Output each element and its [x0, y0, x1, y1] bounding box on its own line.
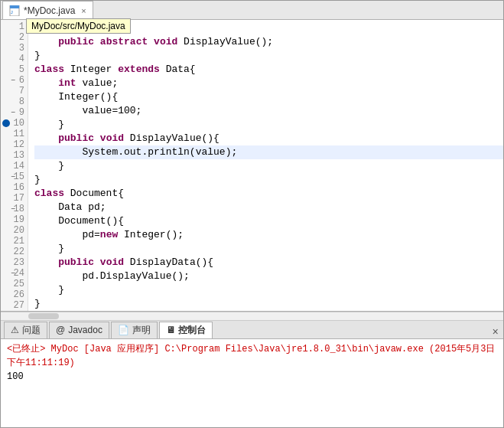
code-line: public void DisplayData(){ [34, 256, 503, 270]
code-line: } [34, 297, 503, 310]
expand-icon[interactable]: − [11, 205, 15, 214]
code-line: } [34, 283, 503, 297]
code-line: public abstract void DisplayValue(); [34, 35, 503, 49]
breakpoint-icon [2, 119, 10, 127]
line-number: 13 [14, 150, 24, 161]
line-num-row: 12 [1, 139, 28, 150]
console-tab-label: 控制台 [178, 324, 206, 337]
line-num-row: −15 [1, 172, 28, 182]
line-number: 17 [14, 193, 24, 204]
code-line: class Integer extends Data{ [34, 63, 503, 77]
code-line: value=100; [34, 104, 503, 118]
code-line: pd.DisplayValue(); [34, 270, 503, 283]
console-output-line: 100 [7, 370, 497, 384]
svg-rect-1 [10, 5, 19, 8]
line-num-row: 8 [1, 96, 28, 107]
line-number: 8 [19, 96, 24, 107]
line-number: 23 [14, 257, 24, 268]
line-num-row: 26 [1, 289, 28, 300]
code-line: public void DisplayValue(){ [34, 132, 503, 145]
line-number: 20 [14, 225, 24, 236]
line-num-row: −9 [1, 107, 28, 118]
line-num-row: 14 [1, 161, 28, 172]
expand-icon[interactable]: − [11, 109, 15, 117]
line-number: 21 [14, 236, 24, 247]
line-number: 6 [19, 75, 24, 86]
line-num-row: 10 [1, 118, 28, 129]
javadoc-tab-label: Javadoc [68, 325, 102, 335]
line-number-gutter: 12345−678−91011121314−151617−18192021222… [1, 20, 28, 310]
line-number: 3 [19, 43, 24, 54]
bottom-panel: ⚠问题@Javadoc📄声明🖥控制台× <已终止> MyDoc [Java 应用… [1, 321, 503, 427]
line-number: 1 [19, 21, 24, 32]
line-num-row: 25 [1, 279, 28, 289]
problems-tab-label: 问题 [22, 324, 41, 337]
line-num-row: 2 [1, 32, 28, 43]
tab-mydoc-java[interactable]: J *MyDoc.java × MyDoc/src/MyDoc.java [2, 1, 93, 19]
bottom-tab-problems[interactable]: ⚠问题 [4, 322, 47, 338]
line-number: 27 [14, 300, 24, 311]
code-line: Integer(){ [34, 90, 503, 104]
file-path-tooltip: MyDoc/src/MyDoc.java [26, 18, 131, 34]
line-num-row: 21 [1, 236, 28, 247]
console-terminated-line: <已终止> MyDoc [Java 应用程序] C:\Program Files… [7, 342, 497, 370]
line-number: 22 [14, 247, 24, 257]
line-number: 11 [14, 129, 24, 139]
code-content[interactable]: abstract public abstract void DisplayVal… [28, 20, 503, 310]
bottom-panel-close-button[interactable]: × [488, 326, 503, 338]
app-window: J *MyDoc.java × MyDoc/src/MyDoc.java 123… [0, 0, 504, 428]
line-num-row: 23 [1, 257, 28, 268]
bottom-tab-console[interactable]: 🖥控制台 [159, 322, 213, 338]
console-tab-icon: 🖥 [166, 325, 175, 335]
line-num-row: 7 [1, 86, 28, 96]
line-number: 26 [14, 289, 24, 300]
line-num-row: 19 [1, 214, 28, 225]
console-output: <已终止> MyDoc [Java 应用程序] C:\Program Files… [1, 339, 503, 427]
bottom-tab-javadoc[interactable]: @Javadoc [49, 322, 109, 338]
line-num-row: 5 [1, 64, 28, 75]
line-num-row: 17 [1, 193, 28, 204]
code-line: } [34, 173, 503, 187]
expand-icon[interactable]: − [11, 77, 15, 85]
bottom-tab-decl[interactable]: 📄声明 [111, 322, 158, 338]
tab-label: *MyDoc.java [24, 5, 75, 16]
line-number: 4 [19, 54, 24, 64]
line-num-row: 16 [1, 182, 28, 193]
tab-close-button[interactable]: × [81, 6, 86, 15]
line-num-row: 20 [1, 225, 28, 236]
line-num-row: 13 [1, 150, 28, 161]
line-number: 5 [19, 64, 24, 75]
line-number: 9 [19, 107, 24, 118]
horizontal-scrollbar[interactable] [1, 312, 503, 321]
line-number: 2 [19, 32, 24, 43]
expand-icon[interactable]: − [11, 173, 15, 181]
code-line: int value; [34, 77, 503, 90]
decl-tab-label: 声明 [132, 324, 151, 337]
javadoc-tab-icon: @ [56, 325, 65, 335]
line-num-row: 3 [1, 43, 28, 54]
line-num-row: −24 [1, 268, 28, 279]
line-number: 12 [14, 139, 24, 150]
decl-tab-icon: 📄 [118, 325, 129, 335]
line-num-row: 27 [1, 300, 28, 311]
code-line: Document(){ [34, 214, 503, 228]
line-num-row: −6 [1, 75, 28, 86]
code-line: class Document{ [34, 187, 503, 201]
svg-text:J: J [11, 10, 13, 15]
line-num-row: 11 [1, 129, 28, 139]
line-num-row: 22 [1, 247, 28, 257]
code-line: Data pd; [34, 201, 503, 214]
line-num-row: 1 [1, 21, 28, 32]
code-line: } [34, 118, 503, 132]
code-line: } [34, 242, 503, 256]
line-number: 14 [14, 161, 24, 172]
expand-icon[interactable]: − [11, 270, 15, 278]
line-num-row: 4 [1, 54, 28, 64]
problems-tab-icon: ⚠ [11, 325, 19, 335]
code-line: System.out.println(value); [34, 145, 503, 159]
java-file-icon: J [9, 5, 20, 16]
tab-bar: J *MyDoc.java × MyDoc/src/MyDoc.java [1, 1, 503, 20]
code-line: } [34, 159, 503, 173]
code-line: pd=new Integer(); [34, 228, 503, 242]
line-number: 19 [14, 214, 24, 225]
